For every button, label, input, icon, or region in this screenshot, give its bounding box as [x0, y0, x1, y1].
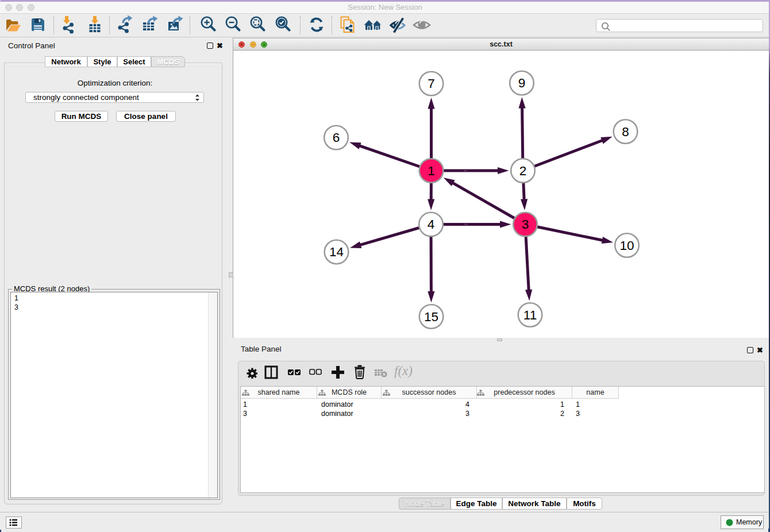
svg-text:15: 15 [424, 310, 438, 324]
svg-text:3: 3 [522, 217, 529, 232]
svg-text:2: 2 [519, 164, 527, 178]
svg-text:6: 6 [333, 130, 340, 145]
svg-text:1: 1 [428, 164, 435, 178]
svg-text:8: 8 [622, 125, 629, 139]
svg-text:7: 7 [428, 76, 435, 91]
svg-text:9: 9 [518, 76, 526, 90]
svg-text:4: 4 [428, 217, 435, 232]
svg-text:14: 14 [329, 245, 344, 259]
svg-text:10: 10 [619, 238, 634, 253]
svg-text:11: 11 [523, 308, 537, 322]
